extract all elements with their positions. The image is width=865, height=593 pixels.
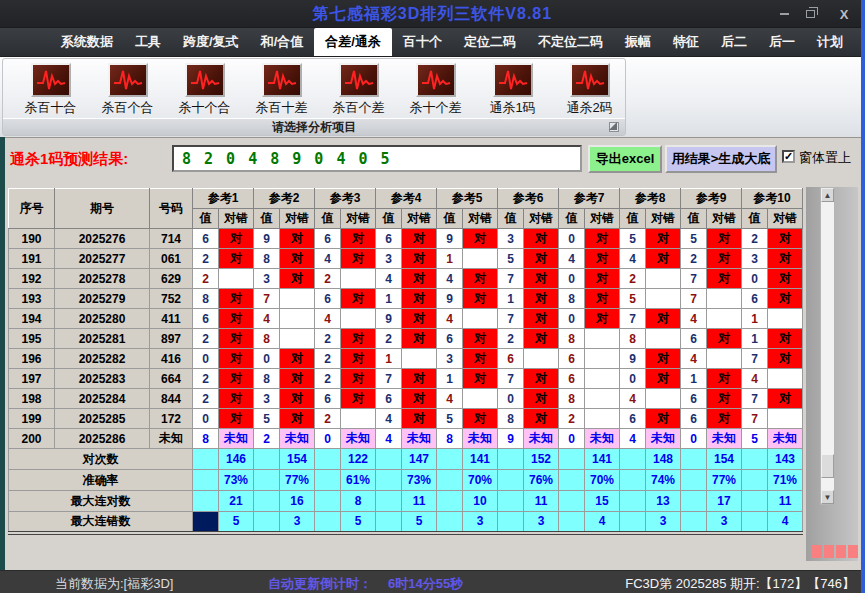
- cell-ref-value[interactable]: 9: [437, 289, 463, 309]
- cell-ref-value[interactable]: 0: [193, 349, 219, 369]
- summary-spacer-cell[interactable]: [498, 491, 524, 512]
- cell-ref-result[interactable]: 对: [402, 369, 437, 389]
- toolbar-button-3[interactable]: 杀十个合: [169, 63, 240, 121]
- cell-ref-value[interactable]: 6: [315, 389, 341, 409]
- cell-ref-result[interactable]: [341, 269, 376, 289]
- summary-spacer-cell[interactable]: [681, 449, 707, 470]
- cell-ref-value[interactable]: 8: [437, 429, 463, 449]
- menu-item-2[interactable]: 工具: [124, 28, 172, 56]
- cell-ref-value[interactable]: 7: [498, 369, 524, 389]
- cell-ref-value[interactable]: 6: [681, 329, 707, 349]
- cell-ref-result[interactable]: [585, 349, 620, 369]
- cell-number[interactable]: 未知: [150, 429, 193, 449]
- cell-ref-result[interactable]: 对: [707, 269, 742, 289]
- cell-ref-result[interactable]: [768, 309, 803, 329]
- cell-ref-result[interactable]: [585, 329, 620, 349]
- cell-period[interactable]: 2025283: [55, 369, 150, 389]
- summary-value[interactable]: 3: [707, 512, 742, 533]
- cell-ref-result[interactable]: 对: [768, 269, 803, 289]
- cell-ref-value[interactable]: 2: [254, 429, 280, 449]
- cell-seq[interactable]: 194: [9, 309, 55, 329]
- cell-ref-result[interactable]: 对: [280, 409, 315, 429]
- cell-ref-value[interactable]: 4: [437, 309, 463, 329]
- selected-cell[interactable]: [193, 512, 219, 533]
- cell-ref-value[interactable]: 2: [315, 349, 341, 369]
- toolbar-button-8[interactable]: 通杀2码: [554, 63, 625, 121]
- cell-ref-result[interactable]: 未知: [585, 429, 620, 449]
- cell-ref-value[interactable]: 0: [559, 229, 585, 249]
- restore-button[interactable]: [801, 6, 819, 22]
- cell-ref-value[interactable]: 7: [742, 409, 768, 429]
- cell-ref-value[interactable]: 2: [193, 249, 219, 269]
- cell-ref-value[interactable]: 7: [620, 309, 646, 329]
- summary-spacer-cell[interactable]: [559, 512, 585, 533]
- cell-period[interactable]: 2025280: [55, 309, 150, 329]
- summary-spacer-cell[interactable]: [498, 449, 524, 470]
- cell-ref-value[interactable]: 0: [254, 349, 280, 369]
- summary-value[interactable]: 71%: [768, 470, 803, 491]
- cell-ref-value[interactable]: 1: [742, 309, 768, 329]
- cell-ref-result[interactable]: 对: [402, 409, 437, 429]
- cell-ref-value[interactable]: 1: [437, 249, 463, 269]
- cell-ref-result[interactable]: 未知: [463, 429, 498, 449]
- cell-ref-result[interactable]: 对: [463, 369, 498, 389]
- cell-seq[interactable]: 195: [9, 329, 55, 349]
- summary-value[interactable]: 3: [524, 512, 559, 533]
- menu-item-5[interactable]: 合差/通杀: [314, 28, 392, 56]
- cell-seq[interactable]: 199: [9, 409, 55, 429]
- cell-period[interactable]: 2025281: [55, 329, 150, 349]
- cell-ref-result[interactable]: [463, 249, 498, 269]
- summary-spacer-cell[interactable]: [254, 512, 280, 533]
- cell-ref-value[interactable]: 8: [254, 369, 280, 389]
- cell-number[interactable]: 752: [150, 289, 193, 309]
- cell-ref-result[interactable]: [341, 309, 376, 329]
- cell-ref-result[interactable]: [646, 329, 681, 349]
- cell-ref-result[interactable]: 对: [646, 409, 681, 429]
- summary-value[interactable]: 21: [219, 491, 254, 512]
- cell-ref-result[interactable]: 对: [463, 329, 498, 349]
- cell-ref-value[interactable]: 2: [376, 329, 402, 349]
- cell-ref-result[interactable]: 未知: [707, 429, 742, 449]
- cell-ref-result[interactable]: 对: [707, 329, 742, 349]
- summary-spacer-cell[interactable]: [620, 491, 646, 512]
- cell-ref-value[interactable]: 5: [620, 289, 646, 309]
- cell-ref-result[interactable]: [585, 389, 620, 409]
- cell-ref-value[interactable]: 4: [620, 429, 646, 449]
- cell-ref-result[interactable]: 对: [402, 309, 437, 329]
- cell-ref-value[interactable]: 6: [498, 349, 524, 369]
- menu-item-11[interactable]: 后二: [710, 28, 758, 56]
- cell-ref-result[interactable]: 未知: [219, 429, 254, 449]
- summary-spacer-cell[interactable]: [315, 512, 341, 533]
- cell-ref-value[interactable]: 4: [376, 429, 402, 449]
- cell-ref-result[interactable]: 对: [341, 289, 376, 309]
- cell-ref-result[interactable]: 对: [524, 229, 559, 249]
- cell-ref-result[interactable]: [646, 289, 681, 309]
- cell-ref-result[interactable]: [402, 349, 437, 369]
- cell-ref-result[interactable]: 对: [585, 269, 620, 289]
- cell-ref-result[interactable]: 对: [280, 389, 315, 409]
- scroll-down-icon[interactable]: ▼: [821, 490, 834, 504]
- summary-spacer-cell[interactable]: [254, 470, 280, 491]
- cell-ref-value[interactable]: 8: [620, 329, 646, 349]
- cell-ref-value[interactable]: 4: [254, 309, 280, 329]
- cell-ref-value[interactable]: 7: [254, 289, 280, 309]
- cell-ref-result[interactable]: 对: [341, 329, 376, 349]
- cell-ref-value[interactable]: 6: [742, 289, 768, 309]
- cell-ref-value[interactable]: 2: [620, 269, 646, 289]
- cell-ref-result[interactable]: 对: [646, 309, 681, 329]
- cell-ref-value[interactable]: 1: [498, 289, 524, 309]
- cell-ref-result[interactable]: 对: [768, 229, 803, 249]
- summary-value[interactable]: 70%: [463, 470, 498, 491]
- cell-ref-result[interactable]: 对: [707, 389, 742, 409]
- cell-ref-value[interactable]: 4: [559, 249, 585, 269]
- cell-ref-value[interactable]: 3: [742, 249, 768, 269]
- cell-ref-value[interactable]: 0: [559, 429, 585, 449]
- cell-ref-result[interactable]: 对: [402, 389, 437, 409]
- result-input[interactable]: [172, 145, 582, 172]
- cell-period[interactable]: 2025286: [55, 429, 150, 449]
- cell-seq[interactable]: 192: [9, 269, 55, 289]
- summary-value[interactable]: 3: [463, 512, 498, 533]
- summary-spacer-cell[interactable]: [559, 470, 585, 491]
- summary-spacer-cell[interactable]: [681, 512, 707, 533]
- summary-value[interactable]: 5: [402, 512, 437, 533]
